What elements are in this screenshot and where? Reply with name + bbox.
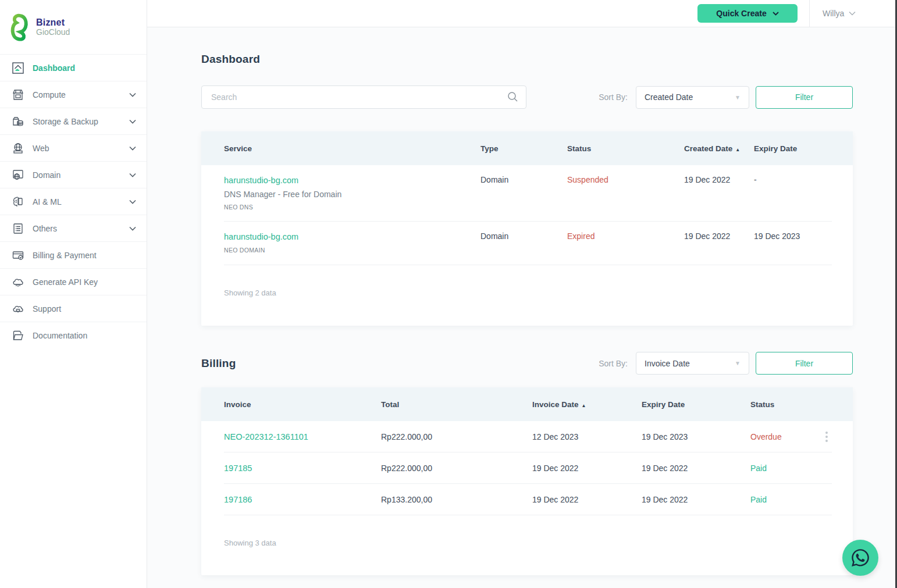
status-badge: Paid (750, 495, 821, 504)
service-category: NEO DOMAIN (224, 247, 480, 254)
created-date: 19 Dec 2022 (684, 175, 754, 184)
biznet-logo-icon (10, 13, 31, 42)
main-content: Dashboard Sort By: Created Date ▼ Filter (147, 27, 897, 588)
sidebar-item-label: Generate API Key (33, 277, 136, 287)
service-description: DNS Manager - Free for Domain (224, 190, 480, 199)
sidebar-item-label: Web (33, 144, 129, 153)
invoice-total: Rp133.200,00 (381, 495, 532, 504)
chevron-down-icon (129, 199, 136, 204)
others-icon (12, 222, 24, 235)
brand-name: Biznet (36, 18, 70, 28)
column-header-expiry-date[interactable]: Expiry Date (642, 400, 750, 409)
brand-logo[interactable]: Biznet GioCloud (0, 0, 147, 54)
column-header-expiry-date[interactable]: Expiry Date (754, 144, 832, 153)
sidebar-item-label: Dashboard (33, 63, 136, 73)
expiry-date: 19 Dec 2023 (754, 231, 832, 241)
sort-select[interactable]: Created Date ▼ (636, 86, 749, 109)
service-link[interactable]: harunstudio-bg.com (224, 176, 298, 185)
app-window: Biznet GioCloud Dashboard (0, 0, 897, 588)
table-row: harunstudio-bg.com DNS Manager - Free fo… (201, 165, 853, 221)
billing-table-header: Invoice Total Invoice Date▲ Expiry Date … (201, 387, 853, 421)
brand-product: GioCloud (36, 28, 70, 37)
sidebar-item-dashboard[interactable]: Dashboard (0, 54, 147, 81)
column-header-status[interactable]: Status (750, 400, 821, 409)
dashboard-controls: Sort By: Created Date ▼ Filter (201, 85, 853, 109)
sidebar-item-compute[interactable]: Compute (0, 81, 147, 108)
billing-title: Billing (201, 352, 236, 375)
whatsapp-button[interactable] (842, 540, 878, 576)
domain-icon (12, 169, 24, 181)
chevron-down-icon (129, 173, 136, 177)
sidebar-item-domain[interactable]: Domain (0, 161, 147, 188)
sidebar-item-documentation[interactable]: Documentation (0, 322, 147, 348)
ai-ml-icon (12, 195, 24, 208)
chevron-down-icon (129, 146, 136, 151)
topbar: Quick Create Willya (147, 0, 897, 27)
column-header-status[interactable]: Status (567, 144, 684, 153)
sidebar-item-billing-payment[interactable]: Billing & Payment (0, 241, 147, 268)
expiry-date: 19 Dec 2023 (642, 432, 750, 441)
invoice-link[interactable]: 197185 (224, 464, 381, 473)
sidebar-item-generate-api-key[interactable]: Generate API Key (0, 268, 147, 295)
expiry-date: 19 Dec 2022 (642, 495, 750, 504)
table-row: 197186 Rp133.200,00 19 Dec 2022 19 Dec 2… (201, 484, 853, 515)
billing-sort-select[interactable]: Invoice Date ▼ (636, 352, 749, 375)
chevron-down-icon (773, 12, 779, 16)
billing-filter-button[interactable]: Filter (756, 352, 853, 375)
quick-create-label: Quick Create (716, 9, 766, 18)
chevron-down-icon (129, 92, 136, 97)
created-date: 19 Dec 2022 (684, 231, 754, 241)
invoice-date: 12 Dec 2023 (532, 432, 642, 441)
chevron-down-icon (849, 11, 856, 16)
expiry-date: 19 Dec 2022 (642, 464, 750, 473)
whatsapp-icon (850, 548, 870, 568)
column-header-invoice[interactable]: Invoice (224, 400, 381, 409)
sort-asc-icon: ▲ (735, 147, 740, 152)
search-wrap (201, 85, 526, 109)
invoice-date: 19 Dec 2022 (532, 495, 642, 504)
expiry-date: - (754, 175, 832, 184)
page-title: Dashboard (201, 53, 853, 66)
api-key-icon (12, 276, 24, 288)
row-count-text: Showing 2 data (201, 265, 853, 326)
sidebar-item-ai-ml[interactable]: AI & ML (0, 188, 147, 215)
user-menu[interactable]: Willya (810, 9, 897, 18)
filter-button[interactable]: Filter (756, 86, 853, 109)
storage-icon (12, 115, 24, 128)
invoice-total: Rp222.000,00 (381, 432, 532, 441)
service-link[interactable]: harunstudio-bg.com (224, 232, 298, 241)
invoice-link[interactable]: 197186 (224, 495, 381, 504)
search-input[interactable] (201, 85, 526, 109)
status-badge: Expired (567, 231, 684, 241)
status-badge: Overdue (750, 432, 821, 441)
row-menu-icon[interactable] (821, 429, 832, 444)
select-arrow-icon: ▼ (735, 360, 741, 366)
column-header-invoice-date[interactable]: Invoice Date▲ (532, 400, 642, 409)
sidebar-item-label: AI & ML (33, 197, 129, 206)
web-icon (12, 142, 24, 155)
billing-icon (12, 249, 24, 262)
sort-select-value: Created Date (645, 92, 693, 102)
sort-select-value: Invoice Date (645, 359, 690, 368)
quick-create-button[interactable]: Quick Create (697, 4, 798, 23)
billing-section-head: Billing Sort By: Invoice Date ▼ Filter (201, 352, 853, 375)
status-badge: Paid (750, 464, 821, 473)
sidebar-item-web[interactable]: Web (0, 134, 147, 161)
column-header-type[interactable]: Type (480, 144, 567, 153)
column-header-total[interactable]: Total (381, 400, 532, 409)
column-header-created-date[interactable]: Created Date▲ (684, 144, 754, 153)
sidebar-item-label: Storage & Backup (33, 117, 129, 126)
sort-asc-icon: ▲ (582, 403, 586, 408)
sidebar-item-storage-backup[interactable]: Storage & Backup (0, 108, 147, 134)
column-header-service[interactable]: Service (224, 144, 480, 153)
sidebar-item-label: Support (33, 304, 136, 313)
services-table: Service Type Status Created Date▲ Expiry… (201, 131, 853, 326)
service-type: Domain (480, 231, 567, 241)
sidebar-item-support[interactable]: Support (0, 295, 147, 322)
sidebar-item-others[interactable]: Others (0, 215, 147, 241)
sort-by-label: Sort By: (599, 359, 628, 368)
invoice-total: Rp222.000,00 (381, 464, 532, 473)
invoice-link[interactable]: NEO-202312-1361101 (224, 432, 381, 441)
status-badge: Suspended (567, 175, 684, 184)
documentation-icon (12, 329, 24, 342)
